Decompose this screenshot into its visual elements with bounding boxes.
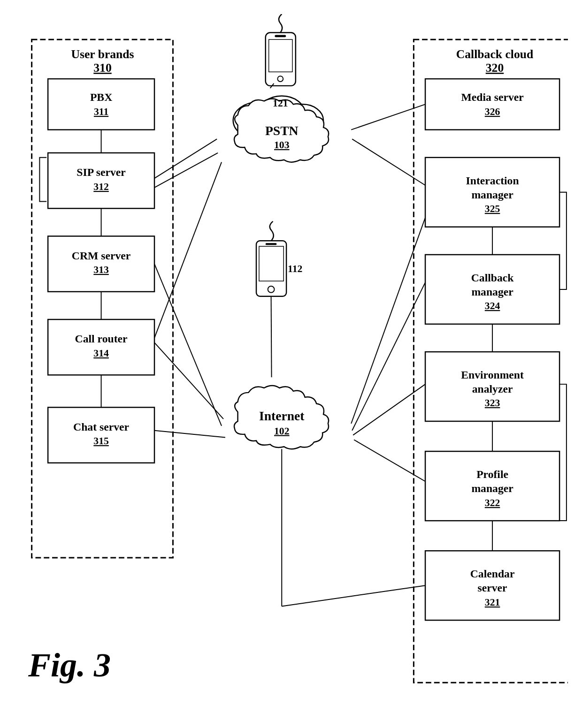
internet-cloud: Internet 102 (234, 386, 329, 449)
phone1: 121 (266, 14, 296, 109)
svg-line-37 (154, 162, 222, 338)
pbx-number: 311 (94, 106, 108, 117)
phone2-number: 112 (288, 263, 302, 274)
svg-line-46 (282, 585, 425, 606)
interaction-manager-number: 325 (485, 203, 500, 214)
svg-rect-1 (414, 39, 568, 682)
svg-rect-11 (425, 451, 559, 521)
svg-rect-12 (425, 551, 559, 620)
svg-point-20 (245, 117, 318, 147)
svg-point-23 (277, 76, 283, 82)
call-router-number: 314 (93, 348, 109, 359)
crm-server-label: CRM server (72, 250, 130, 262)
svg-point-16 (245, 116, 319, 148)
svg-rect-21 (266, 32, 296, 85)
crm-server-number: 313 (93, 264, 109, 275)
env-analyzer-label2: analyzer (472, 383, 513, 395)
interaction-manager-label: Interaction (466, 174, 519, 187)
svg-rect-2 (48, 79, 154, 130)
call-router-label: Call router (75, 333, 128, 345)
svg-point-14 (259, 96, 305, 131)
svg-line-39 (351, 104, 425, 129)
pstn-label: PSTN (265, 123, 299, 138)
svg-point-15 (282, 104, 323, 136)
svg-line-51 (270, 83, 274, 88)
svg-line-41 (351, 218, 425, 424)
callback-manager-label2: manager (471, 286, 513, 298)
media-server-number: 326 (485, 106, 500, 117)
svg-rect-9 (425, 255, 559, 324)
env-analyzer-label: Environment (461, 369, 524, 381)
callback-manager-label: Callback (471, 272, 514, 284)
svg-line-42 (352, 282, 425, 431)
internet-number: 102 (274, 425, 290, 437)
svg-line-35 (154, 264, 222, 426)
svg-point-17 (234, 103, 283, 138)
svg-rect-25 (256, 241, 286, 296)
svg-rect-3 (48, 153, 154, 208)
svg-rect-4 (48, 236, 154, 291)
user-brands-title: User brands (71, 47, 134, 61)
svg-rect-8 (425, 158, 559, 227)
svg-rect-28 (266, 243, 277, 245)
calendar-server-number: 321 (485, 597, 500, 608)
svg-rect-7 (425, 79, 559, 130)
svg-rect-10 (425, 352, 559, 421)
profile-manager-label: Profile (476, 468, 508, 480)
env-analyzer-number: 323 (485, 397, 500, 409)
svg-rect-6 (48, 407, 154, 463)
callback-manager-number: 324 (485, 300, 500, 311)
svg-line-34 (154, 153, 218, 188)
pstn-cloud: PSTN 103 (233, 96, 329, 162)
interaction-manager-label2: manager (471, 189, 513, 201)
svg-rect-0 (32, 39, 173, 558)
svg-rect-26 (259, 246, 283, 281)
phone2: 112 (256, 221, 302, 296)
callback-cloud-number: 320 (486, 61, 504, 75)
svg-line-44 (354, 440, 425, 481)
calendar-server-label: Calendar (470, 568, 515, 580)
callback-cloud-title: Callback cloud (456, 47, 533, 61)
svg-rect-22 (269, 39, 292, 72)
profile-manager-number: 322 (485, 497, 500, 508)
svg-line-52 (271, 296, 272, 378)
sip-server-label: SIP server (77, 166, 125, 178)
svg-line-43 (353, 384, 425, 435)
user-brands-number: 310 (93, 61, 111, 75)
svg-point-19 (283, 105, 322, 136)
diagram: User brands 310 Callback cloud 320 PBX 3… (14, 14, 568, 694)
svg-line-36 (154, 342, 223, 419)
profile-manager-label2: manager (471, 482, 513, 494)
phone1-number: 121 (273, 98, 288, 109)
sip-server-number: 312 (93, 181, 109, 192)
svg-point-13 (233, 102, 284, 139)
pstn-number: 103 (274, 139, 290, 151)
svg-line-40 (352, 139, 425, 185)
svg-point-27 (268, 286, 275, 293)
svg-line-38 (154, 431, 225, 438)
svg-line-33 (154, 139, 217, 178)
internet-label: Internet (259, 409, 305, 423)
chat-server-label: Chat server (73, 421, 129, 433)
svg-rect-5 (48, 319, 154, 375)
svg-rect-24 (275, 35, 286, 37)
chat-server-number: 315 (93, 435, 109, 447)
figure-label: Fig. 3 (28, 646, 111, 685)
pbx-label: PBX (90, 91, 112, 103)
media-server-label: Media server (461, 91, 523, 103)
svg-point-18 (260, 97, 304, 130)
calendar-server-label2: server (478, 582, 507, 594)
